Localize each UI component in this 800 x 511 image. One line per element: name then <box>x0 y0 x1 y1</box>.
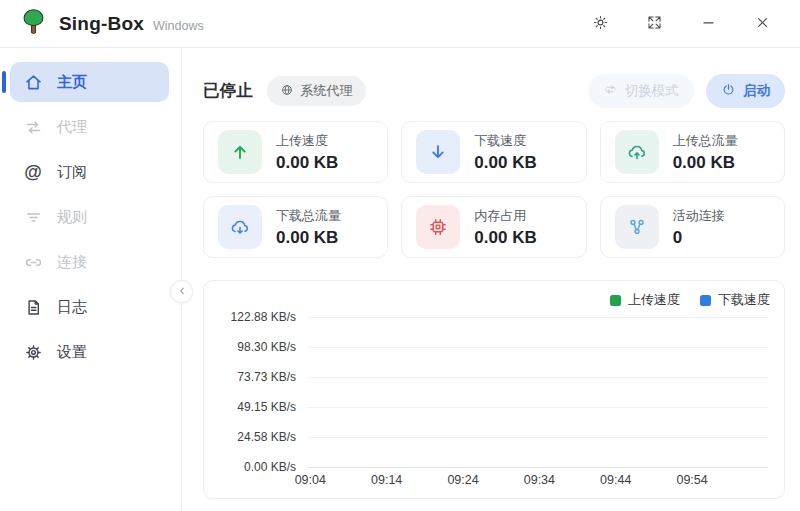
sidebar-item-subscription[interactable]: @ 订阅 <box>10 152 169 192</box>
minimize-button[interactable] <box>696 12 720 36</box>
chart-plot-area: 122.88 KB/s 98.30 KB/s 73.73 KB/s 49.15 … <box>218 317 770 467</box>
link-icon <box>22 251 44 273</box>
sidebar-item-home[interactable]: 主页 <box>10 62 169 102</box>
y-tick-label: 98.30 KB/s <box>218 340 296 354</box>
sidebar-item-label: 规则 <box>57 208 87 227</box>
sidebar-collapse-handle[interactable] <box>170 280 193 303</box>
sidebar-item-label: 订阅 <box>57 163 87 182</box>
x-tick-label: 09:24 <box>447 473 478 487</box>
download-legend-swatch <box>700 295 711 306</box>
active-indicator <box>2 71 6 93</box>
arrow-down-icon <box>416 130 460 174</box>
stat-label: 活动连接 <box>673 207 725 225</box>
sidebar-item-label: 日志 <box>57 298 87 317</box>
close-button[interactable] <box>750 12 774 36</box>
gear-icon <box>22 341 44 363</box>
sidebar-item-settings[interactable]: 设置 <box>10 332 169 372</box>
close-icon <box>754 14 771 34</box>
stat-value: 0.00 KB <box>474 228 536 248</box>
at-sign-icon: @ <box>22 161 44 183</box>
system-proxy-badge[interactable]: 系统代理 <box>267 76 366 106</box>
x-tick-label: 09:04 <box>295 473 326 487</box>
y-tick-label: 49.15 KB/s <box>218 400 296 414</box>
x-tick-label: 09:54 <box>676 473 707 487</box>
gridline <box>308 377 768 378</box>
cpu-icon <box>416 205 460 249</box>
legend-label: 下载速度 <box>718 291 770 309</box>
stat-card-upload-total: 上传总流量 0.00 KB <box>600 121 785 183</box>
main-content: 已停止 系统代理 切换模式 启动 上传速度 <box>182 48 800 511</box>
cloud-upload-icon <box>615 130 659 174</box>
app-title: Sing-Box <box>59 13 144 35</box>
upload-legend-swatch <box>610 295 621 306</box>
y-tick-label: 0.00 KB/s <box>218 460 296 474</box>
window-controls <box>588 12 774 36</box>
y-tick-label: 122.88 KB/s <box>218 310 296 324</box>
filter-icon <box>22 206 44 228</box>
sidebar-item-label: 主页 <box>57 73 87 92</box>
sun-icon <box>592 14 609 34</box>
document-icon <box>22 296 44 318</box>
stat-label: 上传速度 <box>276 132 338 150</box>
start-button[interactable]: 启动 <box>706 74 785 108</box>
stat-label: 上传总流量 <box>673 132 738 150</box>
x-tick-label: 09:14 <box>371 473 402 487</box>
switch-mode-button[interactable]: 切换模式 <box>588 74 694 108</box>
app-body: 主页 代理 @ 订阅 规则 连接 日志 <box>0 48 800 511</box>
x-axis: 09:04 09:14 09:24 09:34 09:44 09:54 <box>308 467 768 489</box>
app-subtitle: Windows <box>153 19 204 33</box>
stat-value: 0.00 KB <box>474 153 536 173</box>
legend-item-upload[interactable]: 上传速度 <box>610 291 680 309</box>
sidebar-item-connections[interactable]: 连接 <box>10 242 169 282</box>
stat-value: 0 <box>673 228 725 248</box>
stat-label: 下载总流量 <box>276 207 341 225</box>
x-tick-label: 09:34 <box>524 473 555 487</box>
stat-card-download-total: 下载总流量 0.00 KB <box>203 196 388 258</box>
sidebar-item-proxy[interactable]: 代理 <box>10 107 169 147</box>
y-tick-label: 24.58 KB/s <box>218 430 296 444</box>
start-label: 启动 <box>743 82 770 100</box>
stat-card-active-connections: 活动连接 0 <box>600 196 785 258</box>
gridline <box>308 437 768 438</box>
legend-label: 上传速度 <box>628 291 680 309</box>
sidebar-item-rules[interactable]: 规则 <box>10 197 169 237</box>
stat-label: 下载速度 <box>474 132 536 150</box>
stat-value: 0.00 KB <box>276 153 338 173</box>
chart-legend: 上传速度 下载速度 <box>218 291 770 309</box>
chevron-left-icon <box>176 283 188 301</box>
home-icon <box>22 71 44 93</box>
legend-item-download[interactable]: 下载速度 <box>700 291 770 309</box>
globe-icon <box>280 83 294 100</box>
stat-value: 0.00 KB <box>276 228 341 248</box>
stat-card-memory: 内存占用 0.00 KB <box>401 196 586 258</box>
minimize-icon <box>700 14 717 34</box>
expand-icon <box>646 14 663 34</box>
swap-refresh-icon <box>603 82 618 100</box>
switch-mode-label: 切换模式 <box>625 82 679 100</box>
sidebar-item-logs[interactable]: 日志 <box>10 287 169 327</box>
cloud-download-icon <box>218 205 262 249</box>
stat-card-download-speed: 下载速度 0.00 KB <box>401 121 586 183</box>
arrow-up-icon <box>218 130 262 174</box>
fullscreen-button[interactable] <box>642 12 666 36</box>
status-text: 已停止 <box>203 80 253 102</box>
sidebar: 主页 代理 @ 订阅 规则 连接 日志 <box>0 48 182 511</box>
status-bar: 已停止 系统代理 切换模式 启动 <box>203 74 785 108</box>
app-logo-tree-icon <box>20 8 47 39</box>
stat-cards: 上传速度 0.00 KB 下载速度 0.00 KB 上传总流量 0.00 KB … <box>203 121 785 258</box>
theme-toggle-button[interactable] <box>588 12 612 36</box>
gridline <box>308 347 768 348</box>
stat-value: 0.00 KB <box>673 153 738 173</box>
sidebar-item-label: 代理 <box>57 118 87 137</box>
sidebar-item-label: 设置 <box>57 343 87 362</box>
swap-arrows-icon <box>22 116 44 138</box>
gridline <box>308 407 768 408</box>
power-icon <box>721 82 736 100</box>
traffic-chart: 上传速度 下载速度 122.88 KB/s 98.30 KB/s 73.73 K… <box>203 280 785 499</box>
stat-card-upload-speed: 上传速度 0.00 KB <box>203 121 388 183</box>
y-tick-label: 73.73 KB/s <box>218 370 296 384</box>
x-tick-label: 09:44 <box>600 473 631 487</box>
hub-nodes-icon <box>615 205 659 249</box>
sidebar-item-label: 连接 <box>57 253 87 272</box>
titlebar: Sing-Box Windows <box>0 0 800 48</box>
